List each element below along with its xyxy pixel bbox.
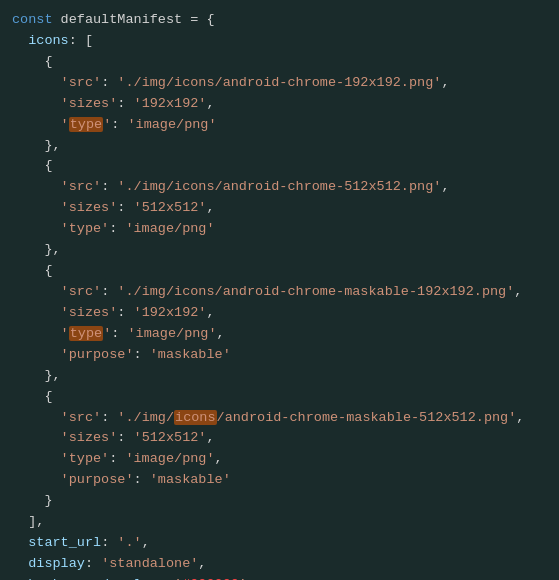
code-line-27: display : 'standalone' , bbox=[0, 554, 559, 575]
code-line-26: start_url : '.' , bbox=[0, 533, 559, 554]
code-editor: const defaultManifest = { icons : [ { 's… bbox=[0, 0, 559, 580]
keyword-const: const bbox=[12, 10, 53, 31]
code-line-24: } bbox=[0, 491, 559, 512]
code-line-21: 'sizes' : '512x512' , bbox=[0, 428, 559, 449]
code-line-4: 'src' : './img/icons/android-chrome-192x… bbox=[0, 73, 559, 94]
code-line-13: { bbox=[0, 261, 559, 282]
code-line-23: 'purpose' : 'maskable' bbox=[0, 470, 559, 491]
code-line-6: 'type' : 'image/png' bbox=[0, 115, 559, 136]
code-line-28: background_color : '#000000' bbox=[0, 575, 559, 580]
code-line-19: { bbox=[0, 387, 559, 408]
code-line-1: const defaultManifest = { bbox=[0, 10, 559, 31]
code-line-3: { bbox=[0, 52, 559, 73]
code-line-12: }, bbox=[0, 240, 559, 261]
background-color-value: '#000000' bbox=[174, 575, 247, 580]
code-line-14: 'src' : './img/icons/android-chrome-mask… bbox=[0, 282, 559, 303]
code-line-16: 'type' : 'image/png' , bbox=[0, 324, 559, 345]
code-line-8: { bbox=[0, 156, 559, 177]
code-line-5: 'sizes' : '192x192' , bbox=[0, 94, 559, 115]
code-line-17: 'purpose' : 'maskable' bbox=[0, 345, 559, 366]
code-line-2: icons : [ bbox=[0, 31, 559, 52]
code-line-22: 'type' : 'image/png' , bbox=[0, 449, 559, 470]
code-line-15: 'sizes' : '192x192' , bbox=[0, 303, 559, 324]
code-line-9: 'src' : './img/icons/android-chrome-512x… bbox=[0, 177, 559, 198]
code-line-10: 'sizes' : '512x512' , bbox=[0, 198, 559, 219]
code-line-11: 'type' : 'image/png' bbox=[0, 219, 559, 240]
code-line-20: 'src' : './img/icons/android-chrome-mask… bbox=[0, 408, 559, 429]
code-line-7: }, bbox=[0, 136, 559, 157]
code-line-25: ], bbox=[0, 512, 559, 533]
code-line-18: }, bbox=[0, 366, 559, 387]
